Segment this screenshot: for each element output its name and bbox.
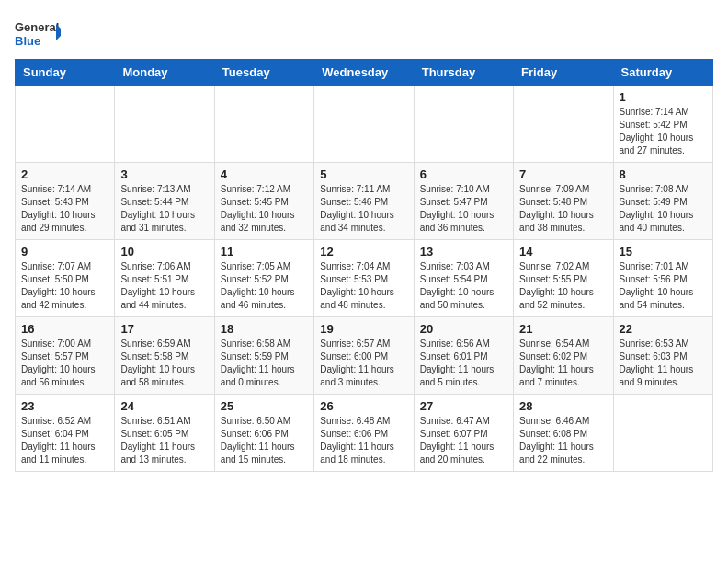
day-number: 11: [221, 245, 308, 259]
day-number: 12: [320, 245, 407, 259]
calendar-week-row: 9Sunrise: 7:07 AM Sunset: 5:50 PM Daylig…: [16, 240, 713, 317]
day-info: Sunrise: 7:02 AM Sunset: 5:55 PM Dayligh…: [519, 260, 607, 312]
calendar-cell: 4Sunrise: 7:12 AM Sunset: 5:45 PM Daylig…: [214, 163, 313, 240]
calendar-cell: [115, 86, 214, 163]
calendar-cell: 22Sunrise: 6:53 AM Sunset: 6:03 PM Dayli…: [613, 317, 712, 395]
day-info: Sunrise: 6:54 AM Sunset: 6:02 PM Dayligh…: [519, 338, 607, 389]
calendar-cell: 23Sunrise: 6:52 AM Sunset: 6:04 PM Dayli…: [16, 395, 115, 472]
day-info: Sunrise: 6:59 AM Sunset: 5:58 PM Dayligh…: [120, 338, 208, 389]
day-info: Sunrise: 6:48 AM Sunset: 6:06 PM Dayligh…: [320, 415, 407, 466]
day-number: 18: [221, 322, 308, 336]
day-number: 14: [519, 245, 607, 259]
weekday-header: Wednesday: [314, 60, 414, 86]
day-number: 26: [320, 399, 407, 413]
day-number: 17: [120, 322, 208, 336]
day-number: 13: [420, 245, 507, 259]
day-info: Sunrise: 6:51 AM Sunset: 6:05 PM Dayligh…: [120, 415, 208, 466]
calendar-cell: 3Sunrise: 7:13 AM Sunset: 5:44 PM Daylig…: [115, 163, 214, 240]
day-info: Sunrise: 7:00 AM Sunset: 5:57 PM Dayligh…: [21, 338, 108, 389]
day-number: 8: [620, 167, 707, 181]
day-info: Sunrise: 7:01 AM Sunset: 5:56 PM Dayligh…: [620, 260, 707, 312]
day-number: 5: [320, 167, 407, 181]
day-info: Sunrise: 6:52 AM Sunset: 6:04 PM Dayligh…: [21, 415, 108, 466]
day-info: Sunrise: 6:58 AM Sunset: 5:59 PM Dayligh…: [221, 338, 308, 389]
calendar-cell: [613, 395, 712, 472]
day-number: 9: [21, 245, 108, 259]
day-number: 25: [221, 399, 308, 413]
logo: General Blue: [15, 15, 61, 52]
day-number: 3: [120, 167, 208, 181]
page-header: General Blue: [15, 15, 713, 52]
calendar-cell: 25Sunrise: 6:50 AM Sunset: 6:06 PM Dayli…: [214, 395, 313, 472]
day-number: 4: [221, 167, 308, 181]
day-number: 20: [420, 322, 507, 336]
calendar-week-row: 1Sunrise: 7:14 AM Sunset: 5:42 PM Daylig…: [16, 86, 713, 163]
day-info: Sunrise: 7:11 AM Sunset: 5:46 PM Dayligh…: [320, 183, 407, 235]
weekday-header: Thursday: [414, 60, 513, 86]
calendar-week-row: 2Sunrise: 7:14 AM Sunset: 5:43 PM Daylig…: [16, 163, 713, 240]
calendar-cell: 24Sunrise: 6:51 AM Sunset: 6:05 PM Dayli…: [115, 395, 214, 472]
calendar-cell: 9Sunrise: 7:07 AM Sunset: 5:50 PM Daylig…: [16, 240, 115, 317]
calendar-week-row: 23Sunrise: 6:52 AM Sunset: 6:04 PM Dayli…: [16, 395, 713, 472]
day-number: 24: [120, 399, 208, 413]
weekday-header: Sunday: [16, 60, 115, 86]
day-number: 1: [620, 90, 707, 104]
day-number: 16: [21, 322, 108, 336]
calendar-cell: [214, 86, 313, 163]
day-number: 15: [620, 245, 707, 259]
calendar-cell: 6Sunrise: 7:10 AM Sunset: 5:47 PM Daylig…: [414, 163, 513, 240]
calendar-cell: 10Sunrise: 7:06 AM Sunset: 5:51 PM Dayli…: [115, 240, 214, 317]
calendar-cell: 12Sunrise: 7:04 AM Sunset: 5:53 PM Dayli…: [314, 240, 414, 317]
logo-svg: General Blue: [15, 15, 61, 52]
day-info: Sunrise: 7:06 AM Sunset: 5:51 PM Dayligh…: [120, 260, 208, 312]
weekday-header: Saturday: [613, 60, 712, 86]
calendar-cell: 8Sunrise: 7:08 AM Sunset: 5:49 PM Daylig…: [613, 163, 712, 240]
day-info: Sunrise: 7:08 AM Sunset: 5:49 PM Dayligh…: [620, 183, 707, 235]
calendar-cell: [314, 86, 414, 163]
day-info: Sunrise: 6:53 AM Sunset: 6:03 PM Dayligh…: [620, 338, 707, 389]
calendar-cell: 15Sunrise: 7:01 AM Sunset: 5:56 PM Dayli…: [613, 240, 712, 317]
svg-text:General: General: [15, 20, 59, 34]
calendar-cell: [514, 86, 613, 163]
calendar-cell: 19Sunrise: 6:57 AM Sunset: 6:00 PM Dayli…: [314, 317, 414, 395]
calendar-cell: 7Sunrise: 7:09 AM Sunset: 5:48 PM Daylig…: [514, 163, 613, 240]
weekday-header: Monday: [115, 60, 214, 86]
day-number: 28: [519, 399, 607, 413]
day-info: Sunrise: 7:13 AM Sunset: 5:44 PM Dayligh…: [120, 183, 208, 235]
calendar-cell: 21Sunrise: 6:54 AM Sunset: 6:02 PM Dayli…: [514, 317, 613, 395]
day-number: 27: [420, 399, 507, 413]
day-info: Sunrise: 6:47 AM Sunset: 6:07 PM Dayligh…: [420, 415, 507, 466]
calendar-cell: 17Sunrise: 6:59 AM Sunset: 5:58 PM Dayli…: [115, 317, 214, 395]
calendar-week-row: 16Sunrise: 7:00 AM Sunset: 5:57 PM Dayli…: [16, 317, 713, 395]
day-info: Sunrise: 6:50 AM Sunset: 6:06 PM Dayligh…: [221, 415, 308, 466]
day-info: Sunrise: 7:14 AM Sunset: 5:42 PM Dayligh…: [620, 106, 707, 157]
day-number: 2: [21, 167, 108, 181]
calendar-cell: 18Sunrise: 6:58 AM Sunset: 5:59 PM Dayli…: [214, 317, 313, 395]
calendar-cell: 2Sunrise: 7:14 AM Sunset: 5:43 PM Daylig…: [16, 163, 115, 240]
calendar-cell: [16, 86, 115, 163]
day-number: 10: [120, 245, 208, 259]
day-number: 21: [519, 322, 607, 336]
svg-marker-2: [56, 24, 61, 40]
weekday-header: Friday: [514, 60, 613, 86]
calendar-cell: 16Sunrise: 7:00 AM Sunset: 5:57 PM Dayli…: [16, 317, 115, 395]
calendar-cell: 20Sunrise: 6:56 AM Sunset: 6:01 PM Dayli…: [414, 317, 513, 395]
day-number: 6: [420, 167, 507, 181]
day-info: Sunrise: 7:09 AM Sunset: 5:48 PM Dayligh…: [519, 183, 607, 235]
calendar-cell: 11Sunrise: 7:05 AM Sunset: 5:52 PM Dayli…: [214, 240, 313, 317]
day-info: Sunrise: 6:56 AM Sunset: 6:01 PM Dayligh…: [420, 338, 507, 389]
day-number: 19: [320, 322, 407, 336]
day-info: Sunrise: 6:46 AM Sunset: 6:08 PM Dayligh…: [519, 415, 607, 466]
calendar-cell: 28Sunrise: 6:46 AM Sunset: 6:08 PM Dayli…: [514, 395, 613, 472]
day-info: Sunrise: 7:04 AM Sunset: 5:53 PM Dayligh…: [320, 260, 407, 312]
calendar-cell: [414, 86, 513, 163]
calendar-cell: 13Sunrise: 7:03 AM Sunset: 5:54 PM Dayli…: [414, 240, 513, 317]
calendar-cell: 27Sunrise: 6:47 AM Sunset: 6:07 PM Dayli…: [414, 395, 513, 472]
calendar-cell: 26Sunrise: 6:48 AM Sunset: 6:06 PM Dayli…: [314, 395, 414, 472]
day-info: Sunrise: 7:10 AM Sunset: 5:47 PM Dayligh…: [420, 183, 507, 235]
calendar-header-row: SundayMondayTuesdayWednesdayThursdayFrid…: [16, 60, 713, 86]
day-info: Sunrise: 7:03 AM Sunset: 5:54 PM Dayligh…: [420, 260, 507, 312]
svg-text:Blue: Blue: [15, 34, 40, 48]
day-info: Sunrise: 6:57 AM Sunset: 6:00 PM Dayligh…: [320, 338, 407, 389]
calendar: SundayMondayTuesdayWednesdayThursdayFrid…: [15, 59, 713, 472]
